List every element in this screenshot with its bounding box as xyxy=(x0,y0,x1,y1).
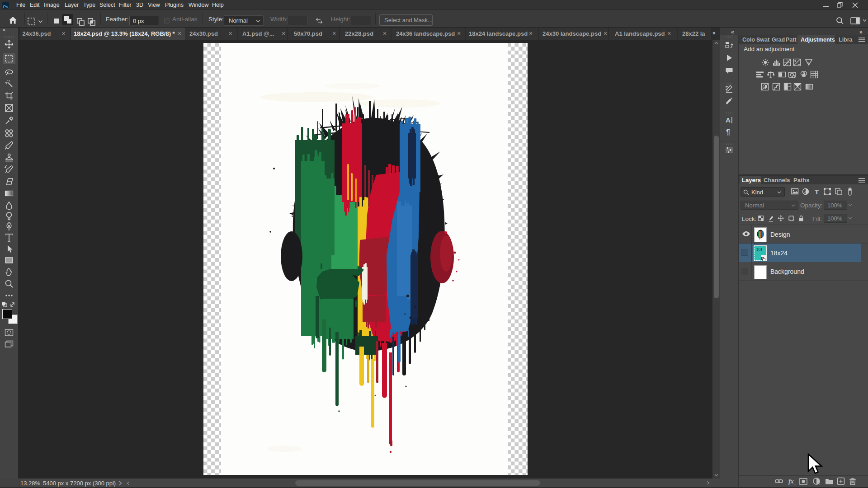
svg-text:T: T xyxy=(815,188,819,196)
svg-text:¶: ¶ xyxy=(726,128,730,136)
svg-text:fx: fx xyxy=(788,478,794,485)
svg-text:A: A xyxy=(726,116,731,124)
